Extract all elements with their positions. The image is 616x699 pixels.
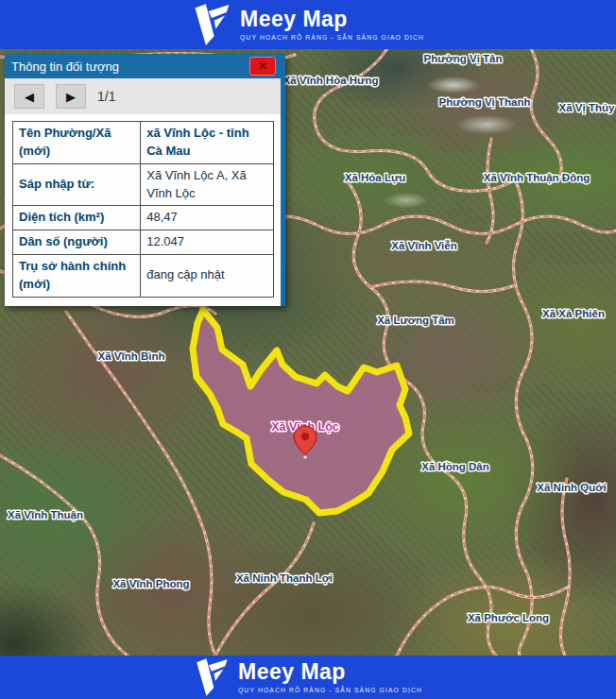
next-arrow-icon: ▶ — [66, 90, 76, 104]
map-label: Xã Vĩnh Bình — [98, 350, 165, 362]
row-label: Sáp nhập từ: — [13, 163, 141, 206]
table-row: Sáp nhập từ:Xã Vĩnh Lộc A, Xã Vĩnh Lộc — [13, 163, 274, 206]
page-indicator: 1/1 — [97, 89, 115, 104]
panel-pagination-bar: ◀ ▶ 1/1 — [5, 78, 285, 114]
logo-name: Meey Map — [238, 661, 422, 683]
panel-scrollbar[interactable] — [281, 54, 285, 306]
row-label: Diện tích (km²) — [13, 206, 141, 230]
table-row: Dân số (người)12.047 — [13, 230, 274, 255]
map-label: Xã Vĩnh Thuận Đông — [484, 172, 590, 184]
row-value: xã Vĩnh Lộc - tỉnh Cà Mau — [141, 122, 274, 164]
row-label: Tên Phường/Xã (mới) — [13, 122, 141, 164]
map-label: Xã Phước Long — [468, 612, 549, 623]
map-label: Xã Vĩnh Thuận — [8, 509, 83, 521]
close-button[interactable]: ✕ — [249, 57, 276, 76]
row-label: Dân số (người) — [13, 230, 141, 255]
map-label: Xã Hỏa Lựu — [345, 172, 406, 184]
map-label: Xã Ninh Quới — [537, 482, 606, 493]
next-page-button[interactable]: ▶ — [56, 84, 86, 109]
app-footer: Meey Map QUY HOẠCH RÕ RÀNG - SẴN SÀNG GI… — [0, 656, 616, 699]
map-label: Xã Lương Tâm — [377, 315, 454, 326]
row-value: Xã Vĩnh Lộc A, Xã Vĩnh Lộc — [141, 163, 274, 206]
selected-region-vinh-loc[interactable] — [193, 310, 409, 513]
map-label: Xã Vĩnh Phong — [112, 578, 189, 589]
map-label: Xã Vĩnh Viễn — [391, 240, 456, 251]
logo-name: Meey Map — [240, 9, 424, 30]
logo-tagline: QUY HOẠCH RÕ RÀNG - SẴN SÀNG GIAO DỊCH — [238, 687, 422, 693]
meeymap-logo: Meey Map QUY HOẠCH RÕ RÀNG - SẴN SÀNG GI… — [194, 657, 422, 697]
map-label: Phường Vị Thanh — [439, 96, 531, 109]
map-label: Xã Vĩnh Hòa Hưng — [283, 75, 379, 86]
map-label: Xã Vị Thủy — [559, 102, 615, 114]
row-value: 12.047 — [141, 230, 274, 255]
map-label: Xã Xà Phiên — [542, 308, 605, 319]
info-panel: Thông tin đối tượng ✕ ◀ ▶ 1/1 Tên Phường… — [5, 54, 285, 306]
table-row: Diện tích (km²)48,47 — [13, 206, 274, 230]
row-value: đang cập nhật — [141, 255, 274, 298]
prev-arrow-icon: ◀ — [25, 90, 34, 104]
meeymap-logo-icon — [194, 657, 230, 697]
meeymap-logo-icon — [192, 3, 231, 46]
meeymap-logo: Meey Map QUY HOẠCH RÕ RÀNG - SẴN SÀNG GI… — [192, 3, 424, 46]
prev-page-button[interactable]: ◀ — [14, 84, 44, 109]
meeymap-app: Meey Map QUY HOẠCH RÕ RÀNG - SẴN SÀNG GI… — [0, 0, 616, 699]
panel-body: Tên Phường/Xã (mới)xã Vĩnh Lộc - tỉnh Cà… — [5, 114, 285, 306]
map-label: Xã Hồng Dân — [421, 461, 489, 472]
table-row: Tên Phường/Xã (mới)xã Vĩnh Lộc - tỉnh Cà… — [13, 122, 274, 164]
panel-title: Thông tin đối tượng — [11, 60, 119, 74]
table-row: Trụ sở hành chính (mới)đang cập nhật — [13, 255, 274, 298]
attribute-table: Tên Phường/Xã (mới)xã Vĩnh Lộc - tỉnh Cà… — [12, 121, 274, 298]
app-header: Meey Map QUY HOẠCH RÕ RÀNG - SẴN SÀNG GI… — [0, 0, 616, 49]
map-label: Phường Vị Tân — [424, 53, 503, 65]
row-label: Trụ sở hành chính (mới) — [13, 255, 141, 298]
logo-tagline: QUY HOẠCH RÕ RÀNG - SẴN SÀNG GIAO DỊCH — [240, 34, 424, 41]
row-value: 48,47 — [141, 206, 274, 230]
map-label: Xã Ninh Thạnh Lợi — [236, 572, 333, 585]
panel-header: Thông tin đối tượng ✕ — [5, 54, 285, 78]
